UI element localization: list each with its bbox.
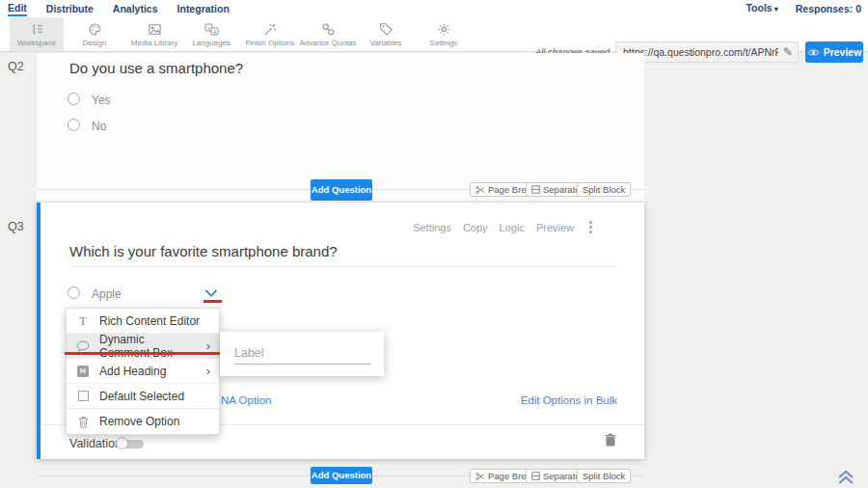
separator-icon <box>531 185 540 194</box>
split-block-label: Split Block <box>583 184 625 195</box>
toolbar-item-label: Media Library <box>131 39 177 47</box>
svg-text:A: A <box>212 28 216 34</box>
submenu-arrow-icon: › <box>206 341 210 351</box>
toolbar-item-label: Workspace <box>17 39 56 47</box>
comment-label-popup <box>220 332 384 376</box>
menu-item-default-selected[interactable]: Default Selected <box>67 384 219 409</box>
scroll-to-top-icon[interactable] <box>836 470 855 485</box>
submenu-arrow-icon: › <box>206 366 210 376</box>
question-settings-link[interactable]: Settings <box>413 222 451 233</box>
caret-down-icon: ▾ <box>774 5 778 14</box>
toolbar-item-label: Design <box>83 39 107 47</box>
eye-icon <box>807 48 820 57</box>
settings-icon <box>437 22 451 37</box>
edit-options-in-bulk-link[interactable]: Edit Options in Bulk <box>521 394 617 406</box>
toolbar-item-label: Finish Options <box>245 39 294 47</box>
checkbox-icon <box>75 391 91 401</box>
nav-tab-edit[interactable]: Edit <box>8 1 27 16</box>
toolbar-item-advance-quotas[interactable]: Advance Quotas <box>301 17 355 51</box>
pencil-icon[interactable]: ✎ <box>783 45 793 59</box>
separator-icon <box>531 472 540 480</box>
question-number-q2: Q2 <box>8 60 24 73</box>
split-block-button[interactable]: Split Block <box>577 469 631 483</box>
toolbar-item-variables[interactable]: Variables <box>359 17 413 51</box>
add-question-button[interactable]: Add Question <box>311 467 372 484</box>
radio-button-icon <box>68 119 80 131</box>
split-block-button[interactable]: Split Block <box>577 182 631 197</box>
option-context-menu: T Rich Content Editor Dynamic Comment Bo… <box>66 308 220 435</box>
validation-label: Validation <box>69 437 122 450</box>
comment-label-input[interactable] <box>234 341 371 365</box>
question-text-q3[interactable]: Which is your favorite smartphone brand? <box>69 243 338 259</box>
divider <box>69 266 615 267</box>
kebab-menu-icon[interactable] <box>585 219 596 235</box>
toolbar-item-label: Languages <box>192 39 231 47</box>
preview-button[interactable]: Preview <box>805 41 863 63</box>
nav-tab-integration[interactable]: Integration <box>177 2 230 15</box>
languages-icon: xA <box>204 22 219 37</box>
menu-item-label: Default Selected <box>99 390 184 403</box>
annotation-underline <box>65 352 220 355</box>
question-copy-link[interactable]: Copy <box>463 222 488 233</box>
question-text-q2[interactable]: Do you use a smartphone? <box>69 60 243 76</box>
toolbar-item-languages[interactable]: xA Languages <box>184 17 238 51</box>
toolbar-item-label: Variables <box>370 39 402 47</box>
split-block-label: Split Block <box>583 471 625 481</box>
menu-item-label: Remove Option <box>99 415 179 428</box>
svg-text:x: x <box>207 24 210 30</box>
finish-options-icon <box>263 22 278 37</box>
answer-option-label: No <box>92 120 106 133</box>
nav-tab-distribute[interactable]: Distribute <box>46 2 94 15</box>
add-question-bar: Add Question Page Break Separator Split … <box>37 179 644 202</box>
trash-icon <box>75 416 91 428</box>
toolbar-item-settings[interactable]: Settings <box>417 17 471 51</box>
toolbar-item-finish-options[interactable]: Finish Options <box>243 17 297 51</box>
na-option-link[interactable]: NA Option <box>221 394 271 406</box>
menu-item-remove-option[interactable]: Remove Option <box>67 409 219 434</box>
responses-counter[interactable]: Responses: 0 <box>796 2 861 15</box>
menu-item-label: Rich Content Editor <box>99 314 200 328</box>
menu-item-label: Dynamic Comment Box <box>99 333 198 360</box>
text-format-icon: T <box>75 313 91 329</box>
toolbar-item-design[interactable]: Design <box>68 17 122 51</box>
toolbar-item-label: Settings <box>430 39 458 47</box>
chevron-down-icon[interactable] <box>204 289 218 298</box>
design-icon <box>88 22 102 37</box>
tools-menu[interactable]: Tools▾ <box>746 1 777 16</box>
menu-item-add-heading[interactable]: H Add Heading › <box>67 359 219 384</box>
comment-icon <box>75 340 91 352</box>
radio-button-icon <box>68 286 80 299</box>
toolbar-item-media-library[interactable]: Media Library <box>127 17 181 51</box>
question-preview-link[interactable]: Preview <box>536 222 574 233</box>
media-library-icon <box>148 22 162 37</box>
nav-tab-analytics[interactable]: Analytics <box>113 2 158 15</box>
question-number-q3: Q3 <box>8 220 24 233</box>
add-question-button[interactable]: Add Question <box>311 179 372 201</box>
menu-item-rich-content-editor[interactable]: T Rich Content Editor <box>67 309 219 334</box>
question-actions: Settings Copy Logic Preview <box>413 219 596 235</box>
question-logic-link[interactable]: Logic <box>500 222 525 233</box>
toolbar-item-label: Advance Quotas <box>299 39 356 47</box>
answer-option-label: Yes <box>92 94 111 107</box>
scissors-icon <box>475 185 485 195</box>
editor-toolbar: Workspace Design Media Library xA Langua… <box>0 17 868 52</box>
scissors-icon <box>475 472 485 481</box>
workspace-icon <box>30 22 44 37</box>
top-nav-bar: Edit Distribute Analytics Integration To… <box>0 0 868 17</box>
answer-option-label: Apple <box>92 287 122 301</box>
annotation-underline <box>203 300 222 303</box>
toolbar-item-workspace[interactable]: Workspace <box>10 17 64 51</box>
radio-button-icon <box>68 93 80 105</box>
variables-icon <box>379 22 393 37</box>
question-card-q2: Do you use a smartphone? Yes No <box>37 53 644 179</box>
delete-question-trash-icon[interactable] <box>605 433 616 447</box>
preview-button-label: Preview <box>824 46 862 58</box>
menu-item-label: Add Heading <box>99 365 166 378</box>
validation-toggle[interactable] <box>116 437 147 451</box>
heading-icon: H <box>75 366 91 377</box>
advance-quotas-icon <box>321 22 336 37</box>
menu-item-dynamic-comment-box[interactable]: Dynamic Comment Box › <box>67 334 219 359</box>
